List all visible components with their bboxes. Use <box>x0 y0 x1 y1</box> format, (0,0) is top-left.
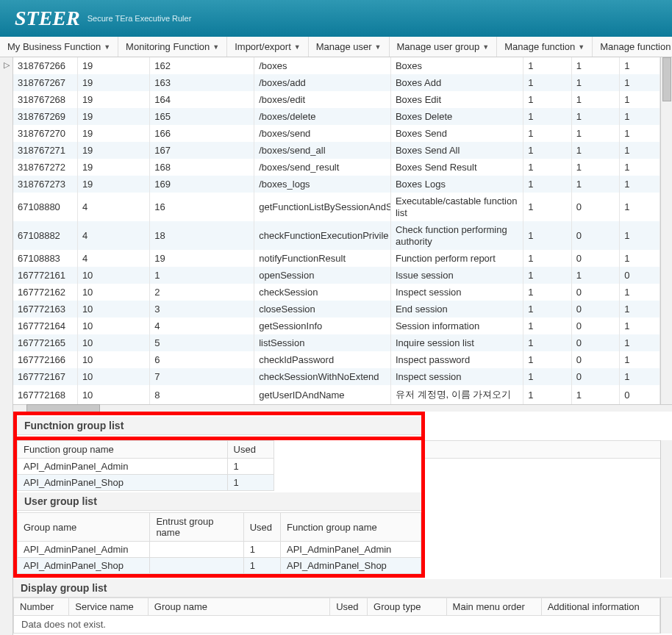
col-function-group-name[interactable]: Function group name <box>280 513 421 542</box>
user-group-list-title: User group list <box>17 492 421 511</box>
display-group-list-title: Display group list <box>13 579 672 598</box>
caret-down-icon: ▼ <box>294 43 301 51</box>
table-row[interactable]: 67108883419notifyFunctionResultFunction … <box>13 250 660 267</box>
user-group-table[interactable]: Group name Entrust group name Used Funct… <box>17 512 421 574</box>
empty-message: Data does not exist. <box>14 616 660 634</box>
table-row[interactable]: API_AdminPanel_Admin1 <box>18 459 274 475</box>
col-group-name[interactable]: Group name <box>18 513 150 542</box>
table-row[interactable]: 167772163103closeSessionEnd session101 <box>13 301 660 318</box>
horizontal-scrollbar[interactable] <box>13 404 672 412</box>
menubar: My Business Function▼ Monitoring Functio… <box>0 37 672 57</box>
table-row[interactable]: 167772162102checkSessionInspect session1… <box>13 284 660 301</box>
function-group-table[interactable]: Function group name Used API_AdminPanel_… <box>17 440 274 491</box>
table-row[interactable]: 67108882418checkFunctionExecutionPrivile… <box>13 221 660 250</box>
col-used[interactable]: Used <box>227 441 274 459</box>
caret-down-icon: ▼ <box>578 43 585 51</box>
menu-manage-function[interactable]: Manage function▼ <box>497 37 593 57</box>
caret-down-icon: ▼ <box>212 43 219 51</box>
table-row[interactable]: 167772168108getUserIDAndName유저 계정명, 이름 가… <box>13 385 660 404</box>
caret-down-icon: ▼ <box>375 43 382 51</box>
menu-my-business-function[interactable]: My Business Function▼ <box>0 37 118 57</box>
table-row[interactable]: 31876726819164/boxes/editBoxes Edit111 <box>13 91 660 108</box>
col-entrust-group-name[interactable]: Entrust group name <box>150 513 243 542</box>
menu-manage-user-group[interactable]: Manage user group▼ <box>390 37 498 57</box>
col-function-group-name[interactable]: Function group name <box>18 441 228 459</box>
table-row[interactable]: 167772161101openSessionIssue session110 <box>13 267 660 284</box>
app-subtitle: Secure TEra Executive Ruler <box>87 14 192 23</box>
table-row[interactable]: API_AdminPanel_Admin1API_AdminPanel_Admi… <box>18 542 421 558</box>
caret-down-icon: ▼ <box>482 43 489 51</box>
table-row[interactable]: 67108880416getFunctionListBySessionAndSE… <box>13 193 660 221</box>
side-tab-expand[interactable]: ▷ <box>0 57 13 635</box>
col-group-name[interactable]: Group name <box>148 598 329 616</box>
table-row[interactable]: 31876727019166/boxes/sendBoxes Send111 <box>13 125 660 142</box>
table-row[interactable]: 167772166106checkIdPasswordInspect passw… <box>13 351 660 368</box>
app-title: STEER <box>15 7 80 30</box>
col-number[interactable]: Number <box>14 598 69 616</box>
table-row[interactable]: 31876726719163/boxes/addBoxes Add111 <box>13 74 660 91</box>
col-service-name[interactable]: Service name <box>69 598 149 616</box>
caret-down-icon: ▼ <box>104 43 110 51</box>
table-row[interactable]: API_AdminPanel_Shop1 <box>18 475 274 491</box>
vertical-scrollbar[interactable] <box>660 57 672 404</box>
table-row[interactable]: 167772165105listSessionInquire session l… <box>13 334 660 351</box>
table-row[interactable]: 31876727119167/boxes/send_allBoxes Send … <box>13 142 660 159</box>
table-row[interactable]: 31876726619162/boxesBoxes111 <box>13 57 660 74</box>
function-table[interactable]: 31876726619162/boxesBoxes111318767267191… <box>13 57 660 404</box>
table-row[interactable]: 167772164104getSessionInfoSession inform… <box>13 318 660 334</box>
menu-monitoring-function[interactable]: Monitoring Function▼ <box>118 37 227 57</box>
table-row[interactable]: API_AdminPanel_Shop1API_AdminPanel_Shop <box>18 558 421 574</box>
col-used[interactable]: Used <box>330 598 368 616</box>
table-row[interactable]: 31876727319169/boxes_logsBoxes Logs111 <box>13 176 660 193</box>
col-used[interactable]: Used <box>243 513 280 542</box>
function-group-list-title: Functnion group list <box>17 417 421 435</box>
col-main-menu-order[interactable]: Main menu order <box>446 598 541 616</box>
menu-import-export[interactable]: Import/export▼ <box>227 37 309 57</box>
col-group-type[interactable]: Group type <box>368 598 447 616</box>
app-header: STEER Secure TEra Executive Ruler <box>0 0 672 37</box>
menu-manage-user[interactable]: Manage user▼ <box>309 37 390 57</box>
menu-manage-function-group[interactable]: Manage function group▼ <box>593 37 672 57</box>
table-row[interactable]: 31876727219168/boxes/send_resultBoxes Se… <box>13 159 660 176</box>
display-group-table[interactable]: Number Service name Group name Used Grou… <box>13 598 660 634</box>
table-row[interactable]: 31876726919165/boxes/deleteBoxes Delete1… <box>13 108 660 125</box>
col-additional-information[interactable]: Additional information <box>541 598 660 616</box>
table-row[interactable]: 167772167107checkSessionWithNoExtendInsp… <box>13 368 660 385</box>
